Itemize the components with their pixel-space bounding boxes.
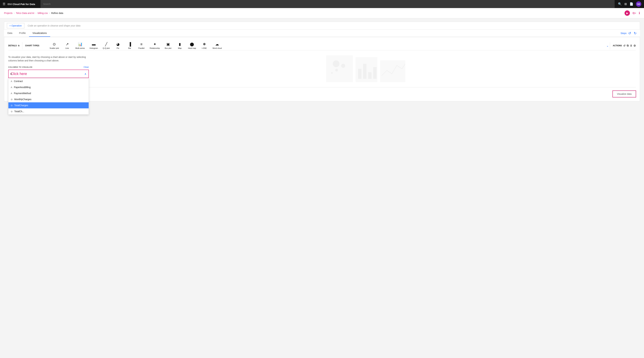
operation-button[interactable]: + Operation [7,23,24,28]
chart-type-relationship[interactable]: ✦ Relationship [147,41,162,50]
chart-type-scatter[interactable]: ⊙ Scatter plot [47,41,61,50]
dropdown-item-totalch[interactable]: ⊙ TotalCh... [8,108,89,114]
breadcrumb-telco[interactable]: Telco Data and AI [16,12,34,14]
breadcrumb-actions: ▶ ⧉ ▾ ℹ [624,10,640,16]
placeholder-graphic [326,55,405,82]
avatar[interactable]: SD [636,1,641,7]
expand-details-icon[interactable]: ⧉ [18,44,20,47]
viz-content: To visualize your data, start by choosin… [8,50,636,85]
search-input[interactable] [40,0,614,8]
tab-data[interactable]: Data [4,30,16,37]
chart-type-wordcloud[interactable]: ☁ Word cloud [210,41,224,50]
chart-types-expand-icon[interactable]: ⌄ [606,44,608,47]
visualize-data-button[interactable]: Visualize data [613,91,636,97]
totalcharges-label: TotalCharges [14,104,28,107]
operation-bar: + Operation Code an operation to cleanse… [4,22,640,30]
pie-icon: ◕ [116,42,120,46]
info-icon[interactable]: ℹ [639,11,640,15]
map-icon: ▮ [179,42,181,46]
chart-type-histogram[interactable]: ▬ Histogram [87,41,100,50]
dropdown-item-paperlessbilling[interactable]: A PaperlessBilling [8,84,89,90]
histogram-icon: ▬ [92,42,96,46]
steps-button[interactable]: Steps [620,32,626,34]
chevron-up-icon: ∧ [84,72,86,75]
chart-types-label: CHART TYPES [25,44,42,47]
refresh-icon[interactable]: ↺ [623,44,625,47]
download-icon[interactable]: ⬇ [630,44,632,47]
tab-visualizations[interactable]: Visualizations [29,30,50,37]
dropdown-trigger[interactable]: ⊞ Click here ∧ [8,70,89,78]
copy-action-icon[interactable]: ⧉ [627,44,628,47]
copy-button[interactable]: ⧉ ▾ [632,11,636,15]
chart-type-pie[interactable]: ◕ Pie [112,41,124,50]
breadcrumb-sep-2: › [36,12,36,14]
monthly-type-icon: ⊙ [11,98,12,101]
dropdown-list: A Contract A PaperlessBilling A PaymentM… [8,78,89,115]
heatmap-icon: ⬤ [190,42,194,46]
line-placeholder-svg [380,60,405,82]
map-label: Map [178,47,182,49]
chart-type-boxplot[interactable]: ▣ Box plot [162,41,174,50]
undo-button[interactable]: ↺ [628,30,632,36]
details-label: DETAILS [8,44,16,47]
viz-left-panel: To visualize your data, start by choosin… [8,55,89,82]
details-section: DETAILS ⧉ [8,41,22,50]
main-content: + Operation Code an operation to cleanse… [0,18,644,358]
paperless-type-icon: A [11,86,12,89]
contract-type-icon: A [11,80,12,82]
document-icon[interactable]: 📄 [630,2,633,6]
column-dropdown[interactable]: ⊞ Click here ∧ A Contract A PaperlessBil… [8,70,89,78]
columns-label: COLUMNS TO VISUALIZE Clear [8,66,89,68]
grid-icon[interactable]: ⊞ [624,2,627,6]
chart-type-line[interactable]: ↗ Line [61,41,73,50]
clear-button[interactable]: Clear [84,66,89,68]
chart-type-parallel[interactable]: ≡ Parallel [136,41,147,50]
run-button[interactable]: ▶ [624,10,630,16]
chart-type-qqplot[interactable]: ╱ Q-Q plot [100,41,112,50]
bar-icon: ▐ [128,42,131,46]
totalch-type-icon: ⊙ [11,110,12,113]
wordcloud-icon: ☁ [215,42,219,46]
selected-columns-section: SELECTED COLUMNS 0 Visualize data [8,87,636,97]
breadcrumb-sep-3: › [49,12,50,14]
line-label: Line [66,47,69,49]
chart-type-map[interactable]: ▮ Map [174,41,186,50]
dropdown-item-paymentmethod[interactable]: A PaymentMethod [8,90,89,96]
breadcrumb-projects[interactable]: Projects [4,12,12,14]
topnav-icons: 🔍 ⊞ 📄 SD [618,1,641,7]
monthlycharges-label: MonthlyCharges [14,98,32,101]
paperlessbilling-label: PaperlessBilling [14,86,31,89]
contract-label: Contract [14,80,23,82]
payment-type-icon: A [11,92,12,95]
redo-button[interactable]: ↻ [633,30,637,36]
dropdown-placeholder-text: Click here [10,72,27,76]
dropdown-item-monthlycharges[interactable]: ⊙ MonthlyCharges [8,96,89,102]
settings-icon[interactable]: ⚙ [634,44,636,47]
app-title: IBM Cloud Pak for Data [8,3,35,5]
undo-redo-section: ↺ ↻ [628,30,640,36]
parallel-icon: ≡ [140,42,142,46]
paymentmethod-label: PaymentMethod [14,92,31,95]
actions-label: ACTIONS [613,44,622,47]
tab-profile[interactable]: Profile [16,30,29,37]
qqplot-label: Q-Q plot [103,47,110,49]
qqplot-icon: ╱ [105,42,107,46]
dropdown-item-contract[interactable]: A Contract [8,78,89,84]
scatter-label: Scatter plot [50,47,59,49]
breadcrumb-current: Refine data [51,12,63,14]
chart-type-heatmap[interactable]: ⬤ Heat map [186,41,198,50]
scatter-icon: ⊙ [53,42,56,46]
dropdown-item-totalcharges[interactable]: ⊙ TotalCharges [8,102,89,108]
breadcrumb-billing-csv[interactable]: billing.csv [38,12,48,14]
boxplot-icon: ▣ [166,42,170,46]
relationship-icon: ✦ [153,42,156,46]
breadcrumb: Projects › Telco Data and AI › billing.c… [0,8,644,18]
chart-type-multiseries[interactable]: 📊 Multi-series [73,41,87,50]
search-icon[interactable]: 🔍 [618,2,622,6]
wordcloud-label: Word cloud [212,47,222,49]
line-icon: ↗ [66,42,69,46]
chart-type-tsne[interactable]: ❅ t-SNE [198,41,210,50]
hamburger-menu-icon[interactable]: ☰ [3,2,5,6]
tsne-label: t-SNE [202,47,207,49]
chart-type-bar[interactable]: ▐ Bar [124,41,136,50]
